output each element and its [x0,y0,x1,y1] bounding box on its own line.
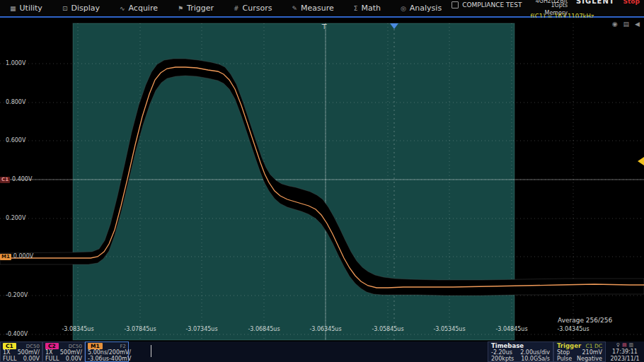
voltage-axis-label: 0.600V [6,137,25,144]
timebase-delay: -2.20us [491,349,512,356]
c2-offset: 0.00V [66,356,82,362]
clock-date: 2023/11/1 [607,356,643,362]
voltage-value: 0.600V [6,137,25,144]
time-axis-label: -3.07845us [124,326,156,332]
time-axis-label: -3.06345us [309,326,341,332]
time-axis-label: -3.05845us [372,326,403,332]
c1-offset: 0.00V [23,356,40,362]
voltage-value: 0.000V [13,253,33,260]
menu-item-label: Acquire [129,4,158,13]
time-axis-label: -3.04345us [557,326,589,332]
status-bar-spacer [129,341,488,362]
measure-icon: ✎ [292,5,297,12]
m1-offset: -400mV [109,356,131,362]
trigger-slope: Negative [577,356,602,362]
timebase-points: 200kpts [491,356,514,362]
menu-item-label: Utility [20,4,42,13]
compliance-test-button[interactable]: COMPLIANCE TEST [452,1,522,8]
compliance-icon [452,1,459,8]
c2-probe: 1X [45,349,53,356]
menu-item-label: Measure [301,4,334,13]
voltage-axis-label: 0.200V [6,215,25,222]
trigger-source: C1 DC [586,343,602,349]
menu-item-acquire[interactable]: ∿Acquire [110,0,168,16]
clock-time: 17:39:11 [607,349,643,355]
acquisition-state[interactable]: Stop [623,0,640,5]
plot-corner-toolbar: ◉▤◀ [612,20,640,28]
m1-tag: F2 [120,344,126,349]
m1-badge: M1 [88,343,103,349]
menu-item-label: Trigger [187,4,214,13]
lan-icon: ▤ [622,342,627,348]
time-axis-label: -3.05345us [433,326,465,332]
time-axis-label: -3.08345us [62,326,93,332]
speaker-icon[interactable]: ◀ [635,20,640,28]
c2-badge: C2 [45,343,59,349]
voltage-axis-label: M10.000V [0,253,33,260]
timebase-title: Timebase [491,343,550,349]
menu-item-analysis[interactable]: ◎Analysis [391,0,452,16]
voltage-axis-label: -0.400V [6,331,28,338]
menu-item-math[interactable]: ΣMath [344,0,391,16]
average-count-label: Average 256/256 [558,317,612,324]
trigger-icon: ⚑ [178,5,183,12]
trigger-level-marker[interactable] [638,157,644,165]
c1-bwl: FULL [3,356,16,362]
menu-item-display[interactable]: ⊡Display [52,0,110,16]
status-bar-cursor [151,345,151,357]
voltage-value: 0.800V [6,99,25,106]
c1-badge: C1 [3,343,16,349]
top-status-area: 4GHz-12Bit SIGLENT Stop COMPLIANCE TEST … [452,0,644,20]
menu-item-label: Math [361,4,381,13]
menu-bar: ▦Utility⊡Display∿Acquire⚑Trigger#Cursors… [0,0,644,16]
voltage-value: 0.200V [6,215,25,222]
voltage-value: -0.400V [6,331,28,338]
display-icon: ⊡ [62,5,68,12]
menu-item-trigger[interactable]: ⚑Trigger [168,0,224,16]
time-axis-label: -3.06845us [248,326,280,332]
voltage-value: 1.000V [6,60,25,67]
camera-icon[interactable]: ◉ [612,20,618,28]
math-icon: Σ [354,5,358,12]
c1-scale: 500mV/ [18,349,40,356]
menu-item-label: Analysis [410,4,442,13]
voltage-axis-label: 0.800V [6,99,25,106]
m1-delay: -3.06us [88,356,109,362]
channel-descriptor-c1[interactable]: C1 DC50 1X500mV/ FULL0.00V [0,341,42,362]
voltage-axis-label: 1.000V [6,60,25,67]
time-axis-label: -3.04845us [495,326,527,332]
menu-item-measure[interactable]: ✎Measure [282,0,343,16]
time-axis-label: -3.07345us [185,326,217,332]
zoom-descriptor-m1[interactable]: M1 F2 5.00ns/200mV/ -3.06us-400mV [85,341,129,362]
timebase-samplerate: 10.0GSa/s [521,356,550,362]
system-icons: ♀▤▥ [607,342,643,348]
c2-bwl: FULL [45,356,59,362]
list-icon[interactable]: ▤ [623,20,630,28]
waveform-canvas [0,18,644,341]
trigger-descriptor[interactable]: Trigger C1 DC Stop210mV PulseNegative [553,341,606,362]
menu-item-utility[interactable]: ▦Utility [0,0,52,16]
menu-items: ▦Utility⊡Display∿Acquire⚑Trigger#Cursors… [0,0,452,16]
c1-level-marker[interactable]: C1 [0,177,10,183]
waveform-display: 1.000V0.800V0.600VC10.400V0.200VM10.000V… [0,18,644,341]
trigger-position-marker[interactable] [390,23,398,29]
voltage-axis-label: C10.400V [0,176,32,183]
analysis-icon: ◎ [401,5,406,12]
cursors-icon: # [234,5,239,12]
m1-hscale: 5.00ns/ [88,349,109,356]
timebase-descriptor[interactable]: Timebase -2.20us2.00us/div 200kpts10.0GS… [488,341,553,362]
status-bar: C1 DC50 1X500mV/ FULL0.00V C2 DC50 1X500… [0,341,644,362]
c1-probe: 1X [3,349,11,356]
m1-vscale: 200mV/ [109,349,131,356]
voltage-value: -0.200V [6,292,28,299]
time-reference-marker[interactable]: ⊤ [321,23,328,30]
acquire-icon: ∿ [120,5,125,12]
trigger-title: Trigger [557,343,581,349]
m1-level-marker[interactable]: M1 [0,254,11,260]
utility-icon: ▦ [10,5,16,12]
brand-logo: SIGLENT [576,0,615,5]
menu-item-cursors[interactable]: #Cursors [224,0,282,16]
channel-descriptor-c2[interactable]: C2 DC50 1X500mV/ FULL0.00V [42,341,85,362]
voltage-value: 0.400V [12,176,32,183]
c2-coupling: DC50 [69,344,82,349]
